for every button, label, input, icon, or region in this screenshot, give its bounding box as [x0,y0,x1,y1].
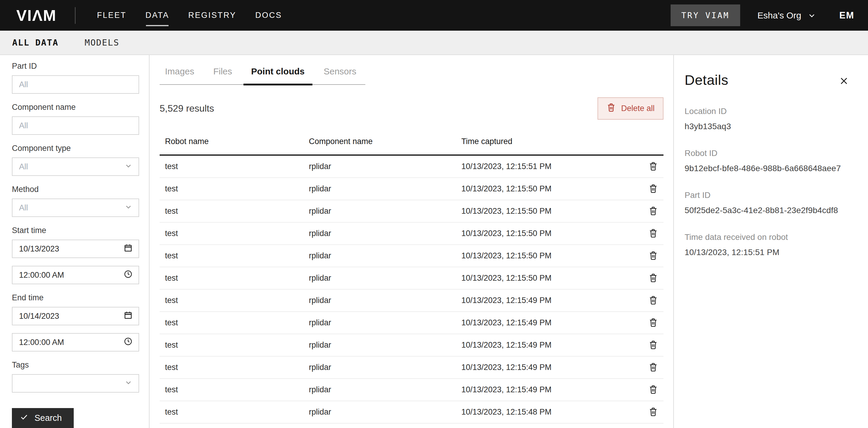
table-body: test rplidar 10/13/2023, 12:15:51 PM tes… [160,156,663,428]
chevron-down-icon [807,11,816,20]
delete-all-button[interactable]: Delete all [597,97,663,120]
try-viam-button[interactable]: TRY VIAM [671,4,740,26]
details-field-robot-id: Robot ID 9b12ebcf-bfe8-486e-988b-6a66864… [685,148,851,173]
delete-all-label: Delete all [621,104,655,113]
tab-models[interactable]: MODELS [85,37,120,48]
chevron-down-icon [124,203,132,213]
cell-time-captured: 10/13/2023, 12:15:48 PM [461,407,643,417]
cell-time-captured: 10/13/2023, 12:15:49 PM [461,318,643,327]
end-time-input[interactable]: 12:00:00 AM [12,333,139,351]
trash-icon [648,340,658,351]
start-time-input[interactable]: 12:00:00 AM [12,266,139,284]
delete-row-button[interactable] [643,273,663,284]
details-field-time-received: Time data received on robot 10/13/2023, … [685,232,851,257]
trash-icon [648,318,658,328]
component-type-select[interactable]: All [12,158,139,176]
cell-component-name: rplidar [309,341,461,350]
table-row[interactable]: test rplidar 10/13/2023, 12:15:49 PM [160,379,663,401]
org-switcher[interactable]: Esha's Org [757,10,816,21]
cell-component-name: rplidar [309,251,461,260]
close-icon[interactable] [836,74,851,89]
table-row[interactable]: test rplidar 10/13/2023, 12:15:50 PM [160,223,663,245]
trash-icon [648,161,658,172]
table-row[interactable]: test rplidar 10/13/2023, 12:15:49 PM [160,312,663,334]
delete-row-button[interactable] [643,362,663,373]
tab-point-clouds[interactable]: Point clouds [251,66,305,77]
delete-row-button[interactable] [643,228,663,239]
table-row[interactable]: test rplidar 10/13/2023, 12:15:49 PM [160,334,663,356]
trash-icon [648,206,658,217]
method-select[interactable]: All [12,199,139,217]
trash-icon [648,183,658,194]
tags-select[interactable] [12,374,139,393]
table-header: Robot name Component name Time captured [160,130,663,156]
component-name-label: Component name [12,103,139,112]
field-value: h3yb135aq3 [685,122,851,131]
part-id-input[interactable] [12,75,139,94]
cell-robot-name: test [160,229,309,238]
method-value: All [19,203,28,212]
cell-robot-name: test [160,162,309,171]
filter-sidebar: Part ID Component name Component type Al… [0,55,150,428]
viam-logo[interactable]: VIΛM [17,8,57,23]
trash-icon [648,251,658,261]
cell-robot-name: test [160,251,309,260]
end-date-value: 10/14/2023 [19,312,59,321]
table-row[interactable]: test rplidar 10/13/2023, 12:15:48 PM [160,424,663,428]
nav-link-fleet[interactable]: FLEET [97,0,126,31]
delete-row-button[interactable] [643,161,663,172]
start-date-input[interactable]: 10/13/2023 [12,239,139,258]
trash-icon [648,228,658,239]
field-label: Part ID [685,191,851,200]
results-count: 5,529 results [160,103,214,114]
tags-label: Tags [12,361,139,370]
delete-row-button[interactable] [643,340,663,351]
table-row[interactable]: test rplidar 10/13/2023, 12:15:51 PM [160,156,663,178]
component-name-input[interactable] [12,116,139,135]
end-date-input[interactable]: 10/14/2023 [12,307,139,325]
start-time-value: 12:00:00 AM [19,270,64,280]
user-avatar[interactable]: EM [839,10,855,21]
cell-component-name: rplidar [309,385,461,394]
delete-row-button[interactable] [643,384,663,395]
table-row[interactable]: test rplidar 10/13/2023, 12:15:49 PM [160,356,663,379]
cell-robot-name: test [160,296,309,305]
search-button[interactable]: Search [12,408,74,428]
details-field-part-id: Part ID 50f25de2-5a3c-41e2-8b81-23e2f9b4… [685,191,851,215]
method-label: Method [12,185,139,194]
tab-all-data[interactable]: ALL DATA [12,37,59,48]
cell-robot-name: test [160,184,309,194]
cell-component-name: rplidar [309,184,461,194]
table-row[interactable]: test rplidar 10/13/2023, 12:15:50 PM [160,178,663,200]
delete-row-button[interactable] [643,318,663,328]
search-button-label: Search [34,413,62,423]
tab-sensors[interactable]: Sensors [324,66,356,77]
cell-robot-name: test [160,341,309,350]
table-row[interactable]: test rplidar 10/13/2023, 12:15:48 PM [160,401,663,424]
details-field-location-id: Location ID h3yb135aq3 [685,107,851,131]
field-label: Location ID [685,107,851,116]
table-row[interactable]: test rplidar 10/13/2023, 12:15:50 PM [160,267,663,290]
cell-component-name: rplidar [309,274,461,283]
nav-link-data[interactable]: DATA [145,0,169,31]
delete-row-button[interactable] [643,183,663,194]
delete-row-button[interactable] [643,251,663,261]
table-row[interactable]: test rplidar 10/13/2023, 12:15:50 PM [160,200,663,223]
tab-images[interactable]: Images [165,66,194,77]
delete-row-button[interactable] [643,206,663,217]
table-row[interactable]: test rplidar 10/13/2023, 12:15:50 PM [160,245,663,267]
data-type-tabs: Images Files Point clouds Sensors [160,66,365,85]
tab-files[interactable]: Files [213,66,232,77]
results-bar: 5,529 results Delete all [160,97,673,120]
table-row[interactable]: test rplidar 10/13/2023, 12:15:49 PM [160,290,663,312]
cell-time-captured: 10/13/2023, 12:15:50 PM [461,229,643,238]
field-value: 10/13/2023, 12:15:51 PM [685,248,851,257]
org-name: Esha's Org [757,10,801,21]
nav-link-registry[interactable]: REGISTRY [188,0,236,31]
column-component-name: Component name [309,137,461,146]
nav-link-docs[interactable]: DOCS [255,0,282,31]
calendar-icon [124,311,132,322]
trash-icon [648,295,658,306]
delete-row-button[interactable] [643,407,663,418]
delete-row-button[interactable] [643,295,663,306]
